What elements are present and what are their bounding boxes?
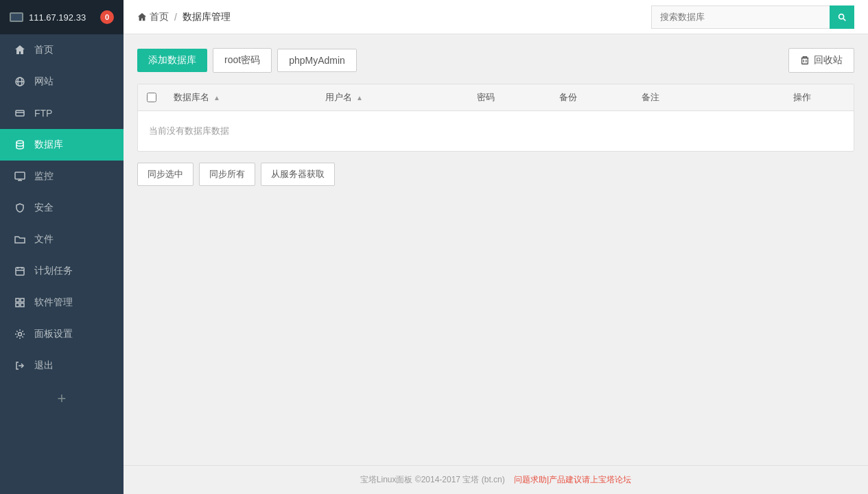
th-dbname[interactable]: 数据库名 (165, 84, 317, 110)
svg-rect-3 (16, 110, 24, 116)
content-toolbar: 添加数据库 root密码 phpMyAdmin 回收站 (137, 48, 854, 73)
main-content: 首页 / 数据库管理 添加数据库 root密码 p (124, 0, 868, 494)
breadcrumb-separator: / (174, 12, 177, 23)
bottom-toolbar: 同步选中 同步所有 从服务器获取 (137, 163, 854, 186)
gear-icon (14, 328, 26, 340)
server-icon (10, 12, 23, 22)
svg-point-19 (839, 14, 844, 19)
grid-icon (14, 296, 26, 309)
table-header: 数据库名 用户名 密码 备份 备注 操作 (138, 84, 854, 111)
breadcrumb-home-label: 首页 (150, 11, 169, 23)
fetch-server-button[interactable]: 从服务器获取 (261, 163, 335, 186)
topbar: 首页 / 数据库管理 (124, 0, 868, 34)
recycle-bin-label: 回收站 (814, 54, 843, 67)
recycle-bin-button[interactable]: 回收站 (788, 48, 854, 73)
root-password-button[interactable]: root密码 (213, 48, 272, 73)
th-password: 密码 (469, 84, 551, 110)
calendar-icon (14, 265, 26, 277)
th-backup: 备份 (551, 84, 633, 110)
phpmyadmin-button[interactable]: phpMyAdmin (277, 49, 357, 72)
add-database-button[interactable]: 添加数据库 (137, 49, 207, 72)
svg-line-20 (843, 19, 845, 21)
sidebar-item-label: 计划任务 (34, 265, 73, 277)
folder-icon (14, 233, 26, 246)
sidebar-item-label: 软件管理 (34, 296, 73, 309)
breadcrumb-current: 数据库管理 (183, 11, 231, 23)
sidebar-item-home[interactable]: 首页 (0, 34, 124, 66)
sidebar-item-label: 面板设置 (34, 328, 73, 340)
svg-point-5 (16, 141, 23, 143)
footer-copyright: 宝塔Linux面板 ©2014-2017 宝塔 (bt.cn) (360, 475, 505, 484)
breadcrumb-home[interactable]: 首页 (137, 11, 169, 23)
server-info: 111.67.192.33 (10, 12, 86, 23)
breadcrumb: 首页 / 数据库管理 (137, 11, 231, 23)
sidebar-item-software[interactable]: 软件管理 (0, 287, 124, 318)
sidebar-item-label: 退出 (34, 360, 54, 372)
svg-rect-14 (21, 298, 24, 302)
sidebar-item-label: 数据库 (34, 139, 63, 151)
search-input[interactable] (651, 5, 830, 29)
th-action: 操作 (785, 84, 854, 110)
add-nav-button[interactable]: + (0, 381, 124, 416)
plus-icon: + (58, 391, 67, 406)
search-button[interactable] (830, 5, 854, 29)
table-empty-message: 当前没有数据库数据 (138, 111, 854, 151)
sidebar: 111.67.192.33 0 首页 (0, 0, 124, 494)
sidebar-item-settings[interactable]: 面板设置 (0, 318, 124, 350)
sidebar-item-logout[interactable]: 退出 (0, 350, 124, 381)
sidebar-item-cron[interactable]: 计划任务 (0, 255, 124, 287)
sync-selected-button[interactable]: 同步选中 (137, 163, 193, 186)
svg-rect-21 (802, 58, 808, 64)
svg-rect-9 (16, 268, 24, 275)
logout-icon (14, 360, 26, 372)
home-icon (14, 44, 26, 56)
sidebar-item-monitor[interactable]: 监控 (0, 161, 124, 192)
svg-rect-6 (15, 172, 25, 179)
footer-link[interactable]: 问题求助|产品建议请上宝塔论坛 (514, 475, 631, 484)
content-area: 添加数据库 root密码 phpMyAdmin 回收站 (124, 34, 868, 465)
sidebar-item-database[interactable]: 数据库 (0, 129, 124, 161)
footer: 宝塔Linux面板 ©2014-2017 宝塔 (bt.cn) 问题求助|产品建… (124, 465, 868, 494)
th-remark: 备注 (633, 84, 785, 110)
sidebar-item-security[interactable]: 安全 (0, 192, 124, 224)
svg-rect-16 (21, 303, 24, 307)
th-checkbox (138, 84, 165, 110)
sidebar-item-label: 监控 (34, 170, 54, 183)
shield-icon (14, 202, 26, 214)
notification-badge[interactable]: 0 (100, 10, 114, 24)
sidebar-nav: 首页 网站 (0, 34, 124, 381)
sidebar-item-label: 网站 (34, 75, 54, 88)
ftp-icon (14, 107, 26, 119)
svg-point-17 (19, 333, 22, 336)
svg-rect-15 (16, 303, 19, 307)
sidebar-item-website[interactable]: 网站 (0, 66, 124, 97)
database-icon (14, 139, 26, 151)
sidebar-item-files[interactable]: 文件 (0, 224, 124, 255)
th-username[interactable]: 用户名 (317, 84, 469, 110)
sidebar-item-label: 文件 (34, 233, 54, 246)
server-ip: 111.67.192.33 (29, 12, 86, 23)
sidebar-item-label: 安全 (34, 202, 54, 214)
sync-all-button[interactable]: 同步所有 (199, 163, 255, 186)
sidebar-item-label: 首页 (34, 44, 54, 56)
sidebar-item-ftp[interactable]: FTP (0, 97, 124, 129)
svg-rect-13 (16, 298, 19, 302)
monitor-icon (14, 170, 26, 183)
database-table: 数据库名 用户名 密码 备份 备注 操作 (137, 84, 854, 152)
select-all-checkbox[interactable] (147, 93, 156, 102)
sidebar-item-label: FTP (34, 108, 52, 119)
globe-icon (14, 75, 26, 88)
search-box (651, 5, 854, 29)
sidebar-header: 111.67.192.33 0 (0, 0, 124, 34)
